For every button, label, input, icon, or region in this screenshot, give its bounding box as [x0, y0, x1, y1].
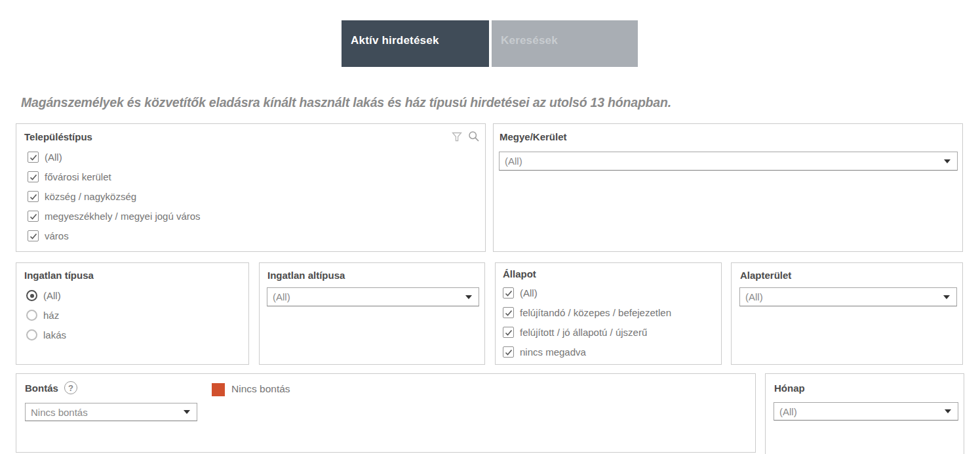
filter-panel-ingatlan-tipusa: Ingatlan típusa (All) ház lakás [16, 262, 249, 365]
tab-aktiv-hirdetesek-label: Aktív hirdetések [351, 34, 439, 47]
filter-panel-ingatlan-altipusa: Ingatlan altípusa (All) [259, 262, 485, 365]
chevron-down-icon [944, 159, 951, 163]
tab-keresesek-label: Keresések [501, 34, 558, 47]
checkbox-label: fővárosi kerület [45, 171, 111, 182]
legend-color-swatch [212, 383, 225, 396]
help-glyph: ? [68, 383, 73, 393]
radio-row-lakas[interactable]: lakás [26, 329, 66, 340]
dashboard-subtitle: Magánszemélyek és közvetítők eladásra kí… [21, 95, 671, 110]
checkbox-checked-icon[interactable] [28, 230, 39, 241]
legend-item-nincs-bontas[interactable]: Nincs bontás [212, 383, 290, 396]
checkbox-checked-icon[interactable] [28, 191, 39, 202]
alapterulet-dropdown-value: (All) [745, 291, 763, 302]
filter-title-megye-kerulet: Megye/Kerület [500, 131, 567, 142]
tab-bar: Aktív hirdetések Keresések [342, 20, 638, 67]
search-magnifier-icon[interactable] [468, 131, 480, 142]
legend-label: Nincs bontás [231, 383, 290, 395]
checkbox-row-nincs-megadva[interactable]: nincs megadva [503, 346, 586, 358]
checkbox-label: nincs megadva [520, 346, 586, 358]
chevron-down-icon [945, 409, 951, 413]
checkbox-label: felújított / jó állapotú / újszerű [520, 327, 647, 338]
checkbox-row-felujitott[interactable]: felújított / jó állapotú / újszerű [503, 327, 647, 338]
checkbox-label: község / nagyközség [45, 191, 136, 202]
checkbox-row-kozseg-nagykozseg[interactable]: község / nagyközség [28, 191, 136, 202]
checkbox-row-all[interactable]: (All) [503, 287, 538, 299]
filter-title-honap: Hónap [774, 382, 805, 394]
checkbox-label: város [45, 230, 69, 241]
filter-panel-megye-kerulet: Megye/Kerület (All) [493, 123, 963, 252]
chevron-down-icon [184, 410, 190, 414]
radio-label: (All) [43, 290, 61, 301]
ingatlan-altipusa-dropdown[interactable]: (All) [267, 287, 479, 306]
filter-funnel-icon[interactable] [452, 131, 462, 142]
filter-panel-alapterulet: Alapterület (All) [731, 262, 963, 365]
checkbox-checked-icon[interactable] [503, 346, 514, 358]
bontas-dropdown-value: Nincs bontás [31, 407, 88, 418]
megye-kerulet-dropdown[interactable]: (All) [499, 152, 958, 171]
checkbox-checked-icon[interactable] [28, 211, 39, 222]
radio-label: ház [43, 310, 59, 321]
filter-title-telepulestipus: Településtípus [24, 131, 92, 142]
chevron-down-icon [943, 295, 950, 299]
radio-label: lakás [43, 329, 66, 340]
radio-row-haz[interactable]: ház [26, 310, 59, 321]
radio-row-all[interactable]: (All) [26, 290, 61, 301]
filter-panel-bontas: Bontás ? Nincs bontás Nincs bontás [16, 373, 756, 453]
filter-panel-allapot: Állapot (All) felújítandó / közepes / be… [495, 262, 722, 365]
checkbox-checked-icon[interactable] [503, 287, 514, 299]
honap-dropdown[interactable]: (All) [774, 402, 958, 421]
radio-selected-icon[interactable] [26, 290, 37, 301]
filter-title-bontas: Bontás [25, 382, 58, 394]
filter-panel-telepulestipus: Településtípus (All) fővárosi kerület kö… [16, 123, 486, 252]
filter-title-alapterulet: Alapterület [740, 270, 791, 281]
checkbox-row-all[interactable]: (All) [28, 152, 62, 163]
checkbox-checked-icon[interactable] [28, 171, 39, 182]
checkbox-checked-icon[interactable] [503, 327, 514, 338]
checkbox-row-varos[interactable]: város [28, 230, 69, 241]
checkbox-label: felújítandó / közepes / befejezetlen [520, 307, 671, 318]
checkbox-label: (All) [45, 152, 62, 163]
alapterulet-dropdown[interactable]: (All) [739, 287, 957, 306]
tab-keresesek[interactable]: Keresések [492, 20, 638, 67]
checkbox-row-fovarosi-kerulet[interactable]: fővárosi kerület [28, 171, 111, 182]
radio-unselected-icon[interactable] [26, 310, 37, 321]
chevron-down-icon [465, 295, 472, 299]
radio-unselected-icon[interactable] [26, 329, 37, 340]
checkbox-row-felujitando[interactable]: felújítandó / közepes / befejezetlen [503, 307, 671, 318]
tab-aktiv-hirdetesek[interactable]: Aktív hirdetések [342, 20, 489, 67]
bontas-dropdown[interactable]: Nincs bontás [25, 403, 197, 421]
filter-title-allapot: Állapot [503, 268, 536, 279]
filter-title-ingatlan-altipusa: Ingatlan altípusa [267, 270, 345, 281]
checkbox-label: megyeszékhely / megyei jogú város [45, 211, 201, 222]
help-icon[interactable]: ? [64, 381, 77, 394]
ingatlan-altipusa-dropdown-value: (All) [273, 291, 290, 302]
checkbox-checked-icon[interactable] [503, 307, 514, 318]
panel-toolbar [452, 131, 480, 142]
checkbox-label: (All) [520, 287, 538, 299]
honap-dropdown-value: (All) [779, 406, 797, 417]
dashboard-canvas: Aktív hirdetések Keresések Magánszemélye… [0, 0, 980, 454]
filter-panel-honap: Hónap (All) [765, 373, 964, 454]
checkbox-checked-icon[interactable] [28, 152, 39, 163]
filter-title-ingatlan-tipusa: Ingatlan típusa [24, 270, 94, 281]
megye-kerulet-dropdown-value: (All) [505, 155, 522, 167]
checkbox-row-megyeszekhely[interactable]: megyeszékhely / megyei jogú város [28, 211, 201, 222]
